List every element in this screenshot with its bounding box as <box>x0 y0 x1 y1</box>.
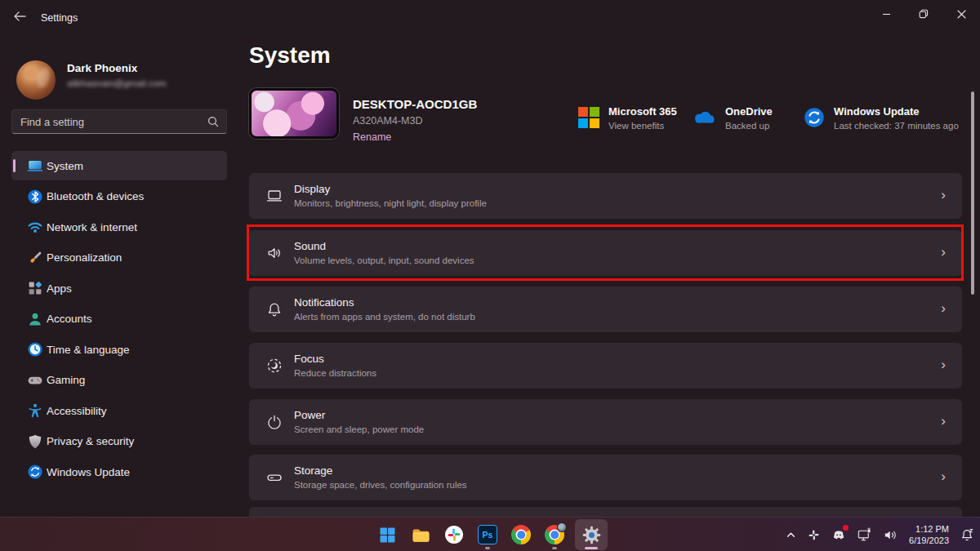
sidebar-nav: System Bluetooth & devices Network & int… <box>11 151 227 488</box>
sidebar-item-privacy-security[interactable]: Privacy & security <box>11 427 227 456</box>
clock-icon <box>27 341 43 358</box>
start-button[interactable] <box>374 519 400 550</box>
card-subtitle: Backed up <box>725 121 773 131</box>
settings-gear-icon <box>581 525 602 545</box>
volume-tray-icon[interactable] <box>883 527 898 543</box>
power-icon <box>265 413 283 431</box>
close-button[interactable] <box>942 0 980 28</box>
running-indicator <box>552 547 557 549</box>
search-input[interactable] <box>12 116 207 128</box>
window-controls <box>867 0 980 28</box>
card-title: Microsoft 365 <box>608 105 677 118</box>
sync-icon <box>27 464 43 480</box>
focus-icon <box>265 357 283 375</box>
slack-icon <box>444 525 464 544</box>
row-title: Display <box>294 183 330 195</box>
onedrive-card[interactable]: OneDrive Backed up <box>690 105 773 131</box>
sidebar-item-label: Accounts <box>47 313 92 325</box>
file-explorer-button[interactable] <box>408 519 434 550</box>
profile-email: alikhasnain@gmail.com <box>67 78 167 88</box>
search-icon <box>207 116 219 127</box>
sidebar-item-apps[interactable]: Apps <box>11 273 227 303</box>
sidebar-item-bluetooth-devices[interactable]: Bluetooth & devices <box>11 182 227 211</box>
discord-tray-icon[interactable] <box>831 527 846 542</box>
sidebar-item-system[interactable]: System <box>11 151 227 180</box>
settings-app-button[interactable] <box>575 519 608 550</box>
microsoft-logo <box>578 107 599 128</box>
sidebar-item-windows-update[interactable]: Windows Update <box>11 457 227 487</box>
row-subtitle: Volume levels, output, input, sound devi… <box>294 256 474 265</box>
sidebar-item-label: Privacy & security <box>47 435 134 447</box>
focus-assist-bell-icon[interactable] <box>960 527 975 543</box>
settings-row-sound[interactable]: Sound Volume levels, output, input, soun… <box>249 230 962 276</box>
sidebar-item-personalization[interactable]: Personalization <box>11 243 227 273</box>
photoshop-icon: Ps <box>478 525 497 544</box>
row-subtitle: Alerts from apps and system, do not dist… <box>294 312 475 322</box>
taskbar-center-icons: Ps <box>374 518 608 551</box>
search-box[interactable] <box>11 109 227 134</box>
apps-grid-icon <box>27 280 43 296</box>
slack-tray-icon[interactable] <box>807 528 821 542</box>
scrollbar-thumb[interactable] <box>971 91 974 295</box>
minimize-button[interactable] <box>867 0 905 28</box>
brush-icon <box>27 250 43 266</box>
system-icon <box>27 158 43 174</box>
bluetooth-icon <box>27 189 43 205</box>
device-name: DESKTOP-AOCD1GB <box>353 97 477 111</box>
hidden-icons-chevron[interactable] <box>786 530 796 540</box>
chrome-profile-button[interactable] <box>541 519 568 550</box>
system-tray: 1:12 PM 6/19/2023 <box>786 518 975 551</box>
restore-icon <box>919 9 929 19</box>
photoshop-button[interactable]: Ps <box>474 519 501 550</box>
taskbar: Ps <box>0 517 980 551</box>
sidebar-item-label: Gaming <box>47 374 85 386</box>
windows-update-icon <box>804 107 825 131</box>
settings-row-partial[interactable] <box>249 507 962 517</box>
sidebar-item-gaming[interactable]: Gaming <box>11 366 227 395</box>
restore-button[interactable] <box>905 0 942 28</box>
device-model: A320AM4-M3D <box>353 115 422 127</box>
folder-icon <box>411 525 431 545</box>
sidebar-item-label: Bluetooth & devices <box>47 190 144 202</box>
settings-row-focus[interactable]: Focus Reduce distractions › <box>249 343 962 389</box>
sidebar-item-network-internet[interactable]: Network & internet <box>11 212 227 242</box>
sidebar-item-accessibility[interactable]: Accessibility <box>11 396 227 425</box>
sidebar-item-label: Windows Update <box>47 466 130 478</box>
clock-date: 6/19/2023 <box>909 535 949 546</box>
windows-update-card[interactable]: Windows Update Last checked: 37 minutes … <box>804 105 959 131</box>
card-subtitle: Last checked: 37 minutes ago <box>834 121 959 131</box>
sidebar-item-label: Personalization <box>47 251 122 264</box>
windows-logo-icon <box>378 526 397 544</box>
settings-row-power[interactable]: Power Screen and sleep, power mode › <box>249 399 962 445</box>
chevron-right-icon: › <box>941 244 946 260</box>
sidebar-item-time-language[interactable]: Time & language <box>11 335 227 364</box>
sidebar-item-accounts[interactable]: Accounts <box>11 304 227 334</box>
device-wallpaper-thumbnail <box>249 88 339 139</box>
back-button[interactable] <box>10 8 29 24</box>
storage-icon <box>265 469 283 487</box>
slack-button[interactable] <box>441 519 467 550</box>
settings-row-notifications[interactable]: Notifications Alerts from apps and syste… <box>249 287 962 332</box>
profile-name[interactable]: Dark Phoenix <box>67 62 137 74</box>
settings-row-display[interactable]: Display Monitors, brightness, night ligh… <box>249 173 962 219</box>
chevron-right-icon: › <box>941 469 946 485</box>
sidebar-item-label: Accessibility <box>47 405 107 417</box>
row-title: Power <box>294 409 325 421</box>
taskbar-clock[interactable]: 1:12 PM 6/19/2023 <box>909 523 949 546</box>
sidebar-item-label: Time & language <box>47 344 130 356</box>
chrome-icon <box>545 525 564 544</box>
microsoft-365-card[interactable]: Microsoft 365 View benefits <box>578 105 677 131</box>
page-title: System <box>249 42 331 69</box>
rename-link[interactable]: Rename <box>353 131 391 143</box>
chrome-button[interactable] <box>508 519 534 550</box>
network-tray-icon[interactable] <box>857 527 872 543</box>
row-title: Sound <box>294 240 326 252</box>
settings-row-storage[interactable]: Storage Storage space, drives, configura… <box>249 455 962 500</box>
sidebar-item-label: Apps <box>47 282 72 295</box>
row-title: Notifications <box>294 296 354 309</box>
accessibility-icon <box>27 402 43 419</box>
back-arrow-icon <box>13 11 26 21</box>
user-avatar[interactable] <box>16 60 56 100</box>
chrome-icon <box>511 525 531 544</box>
row-title: Storage <box>294 464 332 477</box>
